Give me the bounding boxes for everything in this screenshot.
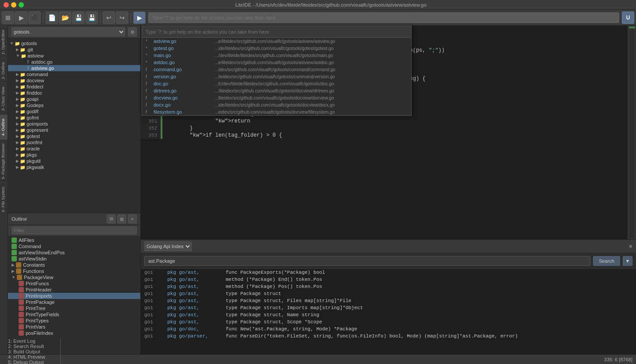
outline-item[interactable]: ▶Functions — [8, 268, 140, 274]
autocomplete-item[interactable]: f docview.go ...liteidex/src/github.com/… — [142, 94, 411, 101]
side-tab-4[interactable]: 4- Outline — [0, 115, 8, 139]
code-line[interactable]: 351 "kw">return — [141, 118, 627, 125]
outline-item[interactable]: astViewShowEndPos — [8, 249, 140, 256]
tree-item[interactable]: ▼📁gotools — [8, 40, 140, 46]
tree-item[interactable]: ▶📁.git — [8, 46, 140, 53]
result-row[interactable]: go1 pkg go/doc, func New(*ast.Package, s… — [141, 326, 636, 333]
status-tab[interactable]: 2: Search Result — [4, 344, 61, 349]
command-input[interactable] — [148, 12, 619, 23]
outline-item[interactable]: posFileIndex — [8, 330, 140, 336]
tree-item[interactable]: ▶📁godiff — [8, 108, 140, 115]
tree-item[interactable]: ▶📁docview — [8, 77, 140, 84]
result-row[interactable]: go1 pkg go/ast, func PackageExports(*Pac… — [141, 269, 636, 276]
autocomplete-item[interactable]: f version.go ...iteidex/src/github.com/v… — [142, 73, 411, 80]
tree-item[interactable]: ▶📁Godeps — [8, 102, 140, 108]
tree-item[interactable]: f astdoc.go — [8, 59, 140, 65]
result-row[interactable]: go1 pkg go/ast, type Package struct, Imp… — [141, 304, 636, 311]
save-all-button[interactable]: 💾 — [85, 11, 98, 24]
status-tab[interactable]: 3: Build Output — [4, 349, 61, 354]
bp-close-btn[interactable]: × — [629, 243, 632, 250]
tree-item[interactable]: f astview.go — [8, 65, 140, 71]
result-row[interactable]: go1 pkg go/parser, func ParseDir(*token.… — [141, 333, 636, 340]
outline-copy-btn[interactable]: ⧉ — [107, 215, 116, 223]
tree-item[interactable]: ▶📁finddecl — [8, 84, 140, 90]
status-tab[interactable]: 5: Debug Output — [4, 360, 61, 364]
result-row[interactable]: go1 pkg go/ast, type Package struct — [141, 290, 636, 297]
tree-item[interactable]: ▶📁finddoc — [8, 90, 140, 96]
side-tab-6[interactable]: 6- File System — [0, 183, 8, 216]
tree-item[interactable]: ▶📁goimports — [8, 121, 140, 127]
toolbar-btn-3[interactable]: ⬛ — [28, 11, 41, 24]
status-tab[interactable]: 4: HTML Preview — [4, 354, 61, 360]
autocomplete-item[interactable]: f filesystem.go ...eidex/src/github.com/… — [142, 108, 411, 115]
autocomplete-item[interactable]: f dirtrees.go .../liteidex/src/github.co… — [142, 87, 411, 94]
outline-item[interactable]: PrintVars — [8, 324, 140, 330]
side-tab-3[interactable]: 3- Class View — [0, 83, 8, 115]
outline-item[interactable]: Command — [8, 243, 140, 249]
autocomplete-input[interactable] — [142, 26, 411, 38]
save-file-button[interactable]: 💾 — [72, 11, 85, 24]
result-row[interactable]: go1 pkg go/ast, type Package struct, Sco… — [141, 318, 636, 326]
outline-filter-input[interactable] — [12, 226, 137, 234]
outline-expand-btn[interactable]: ⊞ — [117, 215, 126, 223]
new-file-button[interactable]: 📄 — [46, 11, 58, 24]
bp-search-arrow[interactable]: ▼ — [623, 256, 632, 266]
result-row[interactable]: go1 pkg go/ast, type Package struct, Fil… — [141, 297, 636, 304]
outline-item[interactable]: ▶Constants — [8, 262, 140, 268]
side-tab-1[interactable]: 1- OpenEditor — [0, 26, 8, 58]
result-row[interactable]: go1 pkg go/ast, type Package struct, Nam… — [141, 311, 636, 318]
autocomplete-item[interactable]: * astdoc.go ...e/liteidex/src/github.com… — [142, 59, 411, 66]
result-row[interactable]: go1 pkg go/ast, method (*Package) End() … — [141, 276, 636, 283]
toolbar-btn-1[interactable]: ⊞ — [2, 11, 14, 24]
outline-item[interactable]: PrintTypeFields — [8, 311, 140, 318]
tree-item[interactable]: ▶📁pkgs — [8, 152, 140, 158]
tree-item[interactable]: ▶📁oracle — [8, 146, 140, 152]
tree-item[interactable]: ▶📁pkgutil — [8, 158, 140, 164]
minimize-button[interactable] — [11, 2, 16, 8]
redo-button[interactable]: ↪ — [116, 11, 128, 24]
undo-button[interactable]: ↩ — [103, 11, 115, 24]
toolbar-btn-2[interactable]: ▶ — [15, 11, 27, 24]
close-button[interactable] — [4, 2, 9, 8]
tree-item[interactable]: ▶📁gotest — [8, 133, 140, 139]
autocomplete-item[interactable]: * astview.go ...e/liteidex/src/github.co… — [142, 38, 411, 45]
tree-item[interactable]: ▼📁astview — [8, 53, 140, 59]
bp-title-select[interactable]: Golang Api Index — [144, 241, 192, 251]
tree-item[interactable]: ▶📁goapi — [8, 96, 140, 102]
side-tab-5[interactable]: 5- Package Browser — [0, 139, 8, 183]
tree-item[interactable]: ▶📁gofmt — [8, 115, 140, 121]
outline-item[interactable]: PrintTypes — [8, 318, 140, 324]
code-line[interactable]: 352 } — [141, 125, 627, 132]
tree-item[interactable]: ▶📁jsonfmt — [8, 139, 140, 146]
folders-settings-btn[interactable]: ⚙ — [128, 27, 137, 36]
u-button[interactable]: U — [622, 11, 634, 24]
maximize-button[interactable] — [19, 2, 24, 8]
outline-item[interactable]: PrintTree — [8, 305, 140, 311]
status-tab[interactable]: 1: Event Log — [4, 338, 61, 344]
autocomplete-item[interactable]: * main.go .../dev/liteide/liteidex/src/g… — [142, 52, 411, 59]
tree-item[interactable]: ▶📁pkgwalk — [8, 164, 140, 170]
right-scrollbar[interactable] — [630, 30, 634, 238]
outline-item[interactable]: PrintFuncs — [8, 280, 140, 287]
folders-dropdown[interactable]: gotools — [12, 27, 125, 36]
build-button[interactable]: ▶ — [133, 11, 146, 24]
bp-search-button[interactable]: Search — [593, 256, 620, 266]
autocomplete-item[interactable]: f doc.go ...fc/dev/liteide/liteidex/src/… — [142, 80, 411, 87]
autocomplete-item[interactable]: f command.go ...idex/src/github.com/visu… — [142, 66, 411, 73]
result-row[interactable]: go1 pkg go/ast, method (*Package) Pos() … — [141, 283, 636, 290]
outline-close-btn[interactable]: × — [128, 215, 137, 223]
open-file-button[interactable]: 📂 — [59, 11, 71, 24]
outline-item[interactable]: AllFiles — [8, 237, 140, 243]
outline-item[interactable]: astViewStdin — [8, 256, 140, 262]
tree-item[interactable]: ▶📁command — [8, 71, 140, 77]
outline-item[interactable]: PrintImports — [8, 293, 140, 299]
side-tab-2[interactable]: 2- Outline — [0, 58, 8, 83]
autocomplete-item[interactable]: f docx.go ...ide/liteidex/src/github.com… — [142, 101, 411, 108]
bp-search-input[interactable] — [144, 256, 590, 266]
tree-item[interactable]: ▶📁gopresent — [8, 127, 140, 133]
outline-item[interactable]: PrintHeader — [8, 287, 140, 293]
autocomplete-item[interactable]: * gotest.go ...ide/liteidex/src/github.c… — [142, 45, 411, 52]
outline-item[interactable]: ▼PackageView — [8, 274, 140, 280]
code-line[interactable]: 353 "kw">if len(tag_folder) > 0 { — [141, 132, 627, 139]
outline-item[interactable]: PrintPackage — [8, 299, 140, 305]
